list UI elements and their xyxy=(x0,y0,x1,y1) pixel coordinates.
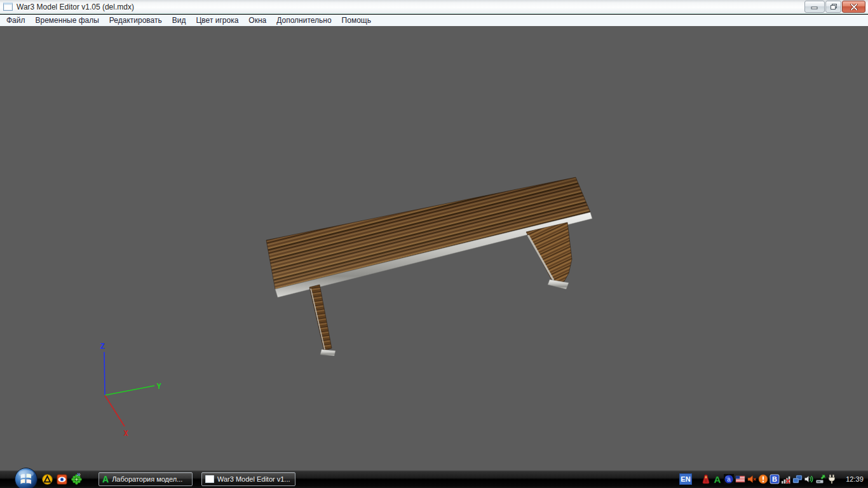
axis-label-z: Z xyxy=(100,342,104,351)
axis-indicator: Z Y X xyxy=(100,342,161,438)
menu-item-windows[interactable]: Окна xyxy=(243,15,271,26)
quick-launch-overflow-chevron[interactable]: » xyxy=(77,471,81,478)
menu-item-extras[interactable]: Дополнительно xyxy=(271,15,336,26)
orange-speaker-tray-icon[interactable] xyxy=(747,474,757,484)
axis-label-y: Y xyxy=(156,382,161,391)
taskbar-clock[interactable]: 12:39 xyxy=(844,475,865,483)
quick-launch-bar xyxy=(42,470,82,488)
menu-item-player-color[interactable]: Цвет игрока xyxy=(191,15,243,26)
us-flag-tray-icon[interactable] xyxy=(735,474,745,484)
restore-button[interactable] xyxy=(825,1,841,13)
close-icon xyxy=(850,4,858,10)
restore-icon xyxy=(830,3,837,10)
menu-item-view[interactable]: Вид xyxy=(167,15,191,26)
taskbar-button-war3-editor[interactable]: War3 Model Editor v1... xyxy=(201,472,295,486)
network-screens-tray-icon[interactable] xyxy=(792,474,803,484)
alert-exclamation-tray-icon[interactable] xyxy=(758,474,768,484)
war3-model-editor-window: War3 Model Editor v1.05 (del.mdx) Файл В… xyxy=(0,0,868,488)
minimize-button[interactable] xyxy=(804,1,825,13)
taskbar: » A Лаборатория модел... War3 Model Edit… xyxy=(0,470,868,488)
viewport-3d[interactable]: Z Y X xyxy=(0,26,868,470)
gold-triangle-player-icon[interactable] xyxy=(42,474,53,485)
model-table xyxy=(266,177,592,356)
svg-text:A: A xyxy=(714,474,721,484)
menu-bar: Файл Временные фалы Редактировать Вид Цв… xyxy=(0,15,868,26)
taskbar-button-label: War3 Model Editor v1... xyxy=(217,475,290,483)
taskbar-button-model-lab[interactable]: A Лаборатория модел... xyxy=(98,472,193,486)
green-a-tray-icon[interactable]: A xyxy=(712,474,722,484)
volume-speaker-tray-icon[interactable] xyxy=(804,474,814,484)
blue-sphere-a-tray-icon[interactable]: a xyxy=(724,474,734,484)
svg-text:a: a xyxy=(727,476,731,483)
window-controls xyxy=(804,1,865,13)
window-title: War3 Model Editor v1.05 (del.mdx) xyxy=(17,3,134,11)
system-tray: EN A a xyxy=(679,470,865,488)
red-figure-tray-icon[interactable] xyxy=(701,474,711,484)
title-bar[interactable]: War3 Model Editor v1.05 (del.mdx) xyxy=(0,0,868,14)
window-icon xyxy=(205,475,214,483)
signal-bars-tray-icon[interactable] xyxy=(781,474,791,484)
power-plug-tray-icon[interactable] xyxy=(827,474,837,484)
eye-viewer-icon[interactable] xyxy=(57,474,67,485)
svg-text:B: B xyxy=(772,475,777,483)
menu-item-temp-files[interactable]: Временные фалы xyxy=(31,15,104,26)
menu-item-edit[interactable]: Редактировать xyxy=(104,15,167,26)
menu-item-help[interactable]: Помощь xyxy=(337,15,376,26)
close-button[interactable] xyxy=(842,1,865,13)
safely-remove-tray-icon[interactable] xyxy=(815,474,825,484)
green-a-icon: A xyxy=(102,475,109,484)
language-indicator[interactable]: EN xyxy=(679,473,692,485)
letter-b-tray-icon[interactable]: B xyxy=(770,474,780,484)
application-icon xyxy=(3,3,13,11)
taskbar-button-label: Лаборатория модел... xyxy=(112,475,182,483)
minimize-icon xyxy=(811,4,818,10)
axis-label-x: X xyxy=(123,429,128,438)
menu-item-file[interactable]: Файл xyxy=(1,15,31,26)
start-button[interactable] xyxy=(14,467,38,488)
